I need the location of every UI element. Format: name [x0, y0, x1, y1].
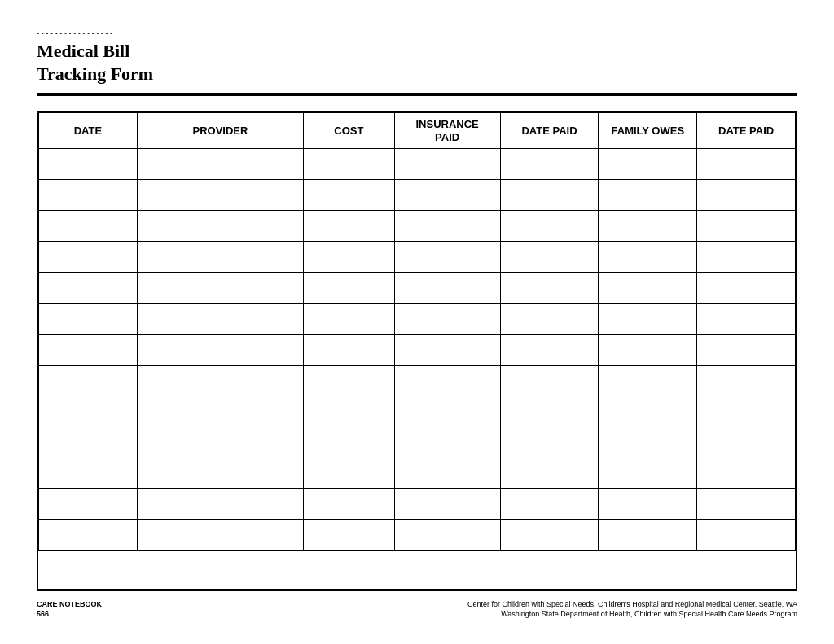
table-row[interactable] [39, 396, 796, 427]
table-cell[interactable] [697, 335, 796, 366]
table-cell[interactable] [137, 242, 303, 273]
table-cell[interactable] [304, 211, 394, 242]
table-cell[interactable] [394, 180, 500, 211]
table-cell[interactable] [304, 149, 394, 180]
table-cell[interactable] [500, 180, 599, 211]
table-cell[interactable] [697, 211, 796, 242]
table-row[interactable] [39, 489, 796, 520]
table-cell[interactable] [599, 458, 697, 489]
table-cell[interactable] [599, 180, 697, 211]
table-cell[interactable] [500, 242, 599, 273]
table-cell[interactable] [304, 242, 394, 273]
table-cell[interactable] [697, 149, 796, 180]
table-cell[interactable] [304, 396, 394, 427]
table-cell[interactable] [304, 520, 394, 551]
table-cell[interactable] [599, 489, 697, 520]
table-cell[interactable] [39, 520, 138, 551]
table-cell[interactable] [500, 211, 599, 242]
table-cell[interactable] [394, 489, 500, 520]
table-row[interactable] [39, 149, 796, 180]
table-cell[interactable] [697, 180, 796, 211]
table-cell[interactable] [697, 396, 796, 427]
table-cell[interactable] [697, 520, 796, 551]
table-cell[interactable] [697, 489, 796, 520]
table-row[interactable] [39, 304, 796, 335]
table-cell[interactable] [304, 273, 394, 304]
table-cell[interactable] [697, 366, 796, 396]
table-cell[interactable] [39, 458, 138, 489]
table-cell[interactable] [39, 427, 138, 458]
table-cell[interactable] [39, 242, 138, 273]
table-cell[interactable] [500, 366, 599, 396]
table-cell[interactable] [500, 489, 599, 520]
table-cell[interactable] [599, 304, 697, 335]
table-cell[interactable] [697, 427, 796, 458]
table-cell[interactable] [137, 149, 303, 180]
table-cell[interactable] [304, 304, 394, 335]
table-row[interactable] [39, 180, 796, 211]
table-cell[interactable] [599, 273, 697, 304]
table-cell[interactable] [137, 396, 303, 427]
table-cell[interactable] [697, 304, 796, 335]
table-cell[interactable] [39, 211, 138, 242]
table-row[interactable] [39, 366, 796, 396]
table-cell[interactable] [599, 242, 697, 273]
table-cell[interactable] [394, 304, 500, 335]
table-row[interactable] [39, 458, 796, 489]
table-cell[interactable] [304, 366, 394, 396]
table-cell[interactable] [137, 304, 303, 335]
table-cell[interactable] [394, 211, 500, 242]
table-cell[interactable] [137, 211, 303, 242]
table-cell[interactable] [394, 396, 500, 427]
table-cell[interactable] [599, 366, 697, 396]
table-cell[interactable] [394, 335, 500, 366]
table-cell[interactable] [137, 489, 303, 520]
table-cell[interactable] [500, 520, 599, 551]
table-cell[interactable] [500, 396, 599, 427]
table-cell[interactable] [500, 427, 599, 458]
table-cell[interactable] [304, 335, 394, 366]
table-row[interactable] [39, 427, 796, 458]
table-cell[interactable] [137, 427, 303, 458]
table-cell[interactable] [137, 335, 303, 366]
table-cell[interactable] [304, 489, 394, 520]
table-cell[interactable] [697, 458, 796, 489]
table-cell[interactable] [500, 149, 599, 180]
table-cell[interactable] [394, 273, 500, 304]
table-cell[interactable] [394, 242, 500, 273]
table-row[interactable] [39, 520, 796, 551]
table-cell[interactable] [137, 366, 303, 396]
table-cell[interactable] [137, 458, 303, 489]
table-cell[interactable] [697, 273, 796, 304]
table-cell[interactable] [599, 335, 697, 366]
table-cell[interactable] [39, 180, 138, 211]
table-row[interactable] [39, 211, 796, 242]
table-cell[interactable] [137, 273, 303, 304]
table-cell[interactable] [137, 520, 303, 551]
table-cell[interactable] [500, 273, 599, 304]
table-cell[interactable] [697, 242, 796, 273]
table-cell[interactable] [394, 366, 500, 396]
table-cell[interactable] [39, 304, 138, 335]
table-cell[interactable] [500, 458, 599, 489]
table-cell[interactable] [394, 458, 500, 489]
table-cell[interactable] [599, 427, 697, 458]
table-cell[interactable] [500, 304, 599, 335]
table-cell[interactable] [599, 520, 697, 551]
table-cell[interactable] [394, 427, 500, 458]
table-cell[interactable] [39, 489, 138, 520]
table-cell[interactable] [394, 149, 500, 180]
table-cell[interactable] [394, 520, 500, 551]
table-cell[interactable] [39, 396, 138, 427]
table-row[interactable] [39, 242, 796, 273]
table-row[interactable] [39, 273, 796, 304]
table-cell[interactable] [599, 211, 697, 242]
table-cell[interactable] [39, 149, 138, 180]
table-cell[interactable] [137, 180, 303, 211]
table-cell[interactable] [39, 335, 138, 366]
table-cell[interactable] [599, 149, 697, 180]
table-cell[interactable] [304, 458, 394, 489]
table-cell[interactable] [599, 396, 697, 427]
table-cell[interactable] [39, 366, 138, 396]
table-cell[interactable] [304, 180, 394, 211]
